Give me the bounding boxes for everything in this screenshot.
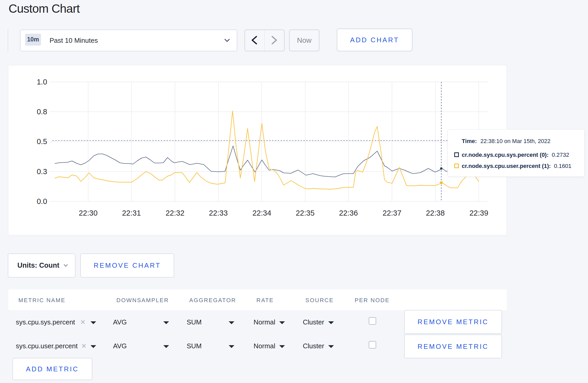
svg-text:22:35: 22:35 <box>296 209 315 217</box>
svg-text:22:34: 22:34 <box>253 209 271 217</box>
svg-text:1.0: 1.0 <box>37 78 47 86</box>
svg-text:0.0: 0.0 <box>37 197 47 205</box>
svg-text:22:31: 22:31 <box>122 209 141 217</box>
svg-text:22:36: 22:36 <box>339 209 358 217</box>
svg-text:22:32: 22:32 <box>166 209 185 217</box>
svg-text:22:38: 22:38 <box>426 209 445 217</box>
svg-text:22:39: 22:39 <box>470 209 488 217</box>
svg-text:22:33: 22:33 <box>209 209 228 217</box>
svg-text:0.8: 0.8 <box>37 108 47 116</box>
svg-text:22:37: 22:37 <box>383 209 402 217</box>
svg-text:0.3: 0.3 <box>37 167 47 176</box>
svg-text:22:30: 22:30 <box>79 209 98 217</box>
svg-text:0.5: 0.5 <box>37 137 47 146</box>
